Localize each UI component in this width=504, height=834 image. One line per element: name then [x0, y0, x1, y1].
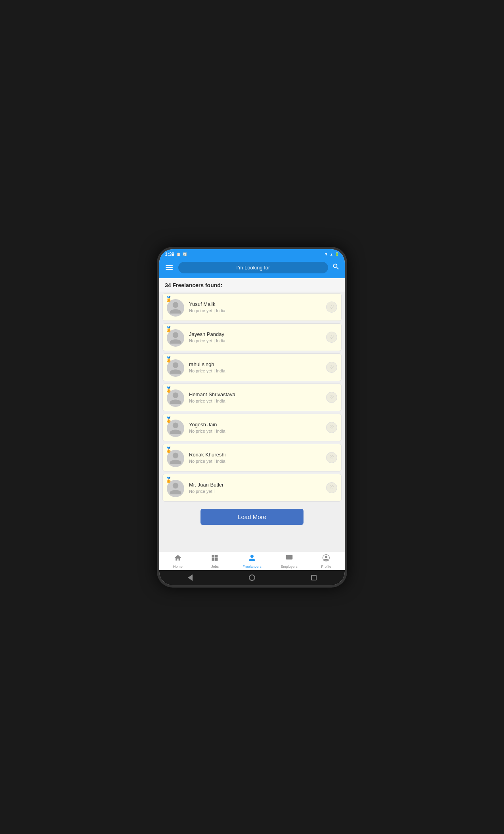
card-info: Yusuf Malik No price yet India [189, 301, 323, 313]
list-item[interactable]: 🏅 rahul singh No price yet India ♡ [162, 353, 342, 381]
location-label: India [216, 399, 225, 403]
nav-item-employers[interactable]: Employers [271, 554, 308, 569]
recents-button[interactable] [309, 573, 318, 582]
price-label: No price yet [189, 399, 212, 403]
screen: 1:39 📋 🔄 ▼ ▲ 🔋 I'm Looking for [159, 249, 345, 585]
divider [214, 339, 214, 343]
freelancer-meta: No price yet India [189, 308, 323, 313]
freelancer-name: rahul singh [189, 361, 323, 367]
card-info: rahul singh No price yet India [189, 361, 323, 373]
load-more-button[interactable]: Load More [200, 509, 304, 525]
freelancer-name: Yusuf Malik [189, 301, 323, 307]
back-triangle-icon [188, 574, 193, 581]
menu-button[interactable] [164, 263, 174, 271]
favorite-button[interactable]: ♡ [326, 422, 337, 433]
results-count: 34 Freelancers found: [159, 278, 345, 292]
freelancers-icon [248, 554, 256, 564]
divider [214, 309, 214, 313]
employers-icon [285, 554, 293, 564]
android-nav-bar [159, 570, 345, 585]
badge-icon: 🏅 [165, 447, 172, 453]
bottom-navigation: Home Jobs Freelancers Employers [159, 551, 345, 570]
favorite-button[interactable]: ♡ [326, 332, 337, 343]
price-label: No price yet [189, 489, 212, 494]
battery-icon: 🔋 [335, 252, 339, 256]
location-label: India [216, 429, 225, 433]
location-label: India [216, 368, 225, 373]
card-info: Mr. Juan Butler No price yet [189, 482, 323, 494]
price-label: No price yet [189, 459, 212, 464]
nav-label-home: Home [173, 565, 183, 569]
badge-icon: 🏅 [165, 416, 172, 423]
signal-icon: ▲ [330, 252, 333, 256]
search-placeholder-text: I'm Looking for [237, 265, 270, 271]
freelancer-list: 🏅 Yusuf Malik No price yet India ♡ [159, 292, 345, 503]
badge-icon: 🏅 [165, 356, 172, 363]
nav-item-jobs[interactable]: Jobs [197, 554, 234, 569]
freelancer-name: Hemant Shrivastava [189, 391, 323, 397]
list-item[interactable]: 🏅 Hemant Shrivastava No price yet India … [162, 384, 342, 411]
back-button[interactable] [186, 573, 195, 582]
wifi-icon: ▼ [324, 252, 328, 256]
data-icon: 🔄 [183, 252, 187, 256]
app-header: I'm Looking for [159, 259, 345, 278]
nav-item-profile[interactable]: Profile [307, 554, 345, 569]
nav-label-jobs: Jobs [211, 565, 219, 569]
nav-item-freelancers[interactable]: Freelancers [233, 554, 271, 569]
favorite-button[interactable]: ♡ [326, 452, 337, 463]
location-label: India [216, 459, 225, 464]
jobs-icon [211, 554, 219, 564]
nav-label-freelancers: Freelancers [242, 565, 262, 569]
nav-item-home[interactable]: Home [159, 554, 197, 569]
freelancer-meta: No price yet [189, 489, 323, 494]
divider [214, 489, 214, 493]
freelancer-name: Mr. Juan Butler [189, 482, 323, 488]
nav-label-profile: Profile [321, 565, 331, 569]
price-label: No price yet [189, 368, 212, 373]
card-info: Yogesh Jain No price yet India [189, 422, 323, 433]
main-content: 34 Freelancers found: 🏅 Yusuf Malik No p… [159, 278, 345, 551]
freelancer-name: Jayesh Panday [189, 331, 323, 337]
price-label: No price yet [189, 308, 212, 313]
freelancer-meta: No price yet India [189, 429, 323, 433]
divider [214, 429, 214, 433]
location-label: India [216, 338, 225, 343]
list-item[interactable]: 🏅 Yogesh Jain No price yet India ♡ [162, 414, 342, 441]
home-circle-icon [249, 574, 255, 581]
search-icon-button[interactable] [332, 263, 340, 273]
divider [214, 459, 214, 463]
favorite-button[interactable]: ♡ [326, 482, 337, 493]
freelancer-meta: No price yet India [189, 459, 323, 464]
favorite-button[interactable]: ♡ [326, 392, 337, 403]
svg-rect-0 [286, 555, 292, 559]
freelancer-name: Ronak Khureshi [189, 452, 323, 458]
list-item[interactable]: 🏅 Ronak Khureshi No price yet India ♡ [162, 444, 342, 471]
list-item[interactable]: 🏅 Yusuf Malik No price yet India ♡ [162, 293, 342, 321]
device-frame: 1:39 📋 🔄 ▼ ▲ 🔋 I'm Looking for [157, 247, 347, 588]
favorite-button[interactable]: ♡ [326, 362, 337, 373]
home-button[interactable] [248, 573, 256, 582]
badge-icon: 🏅 [165, 326, 172, 332]
favorite-button[interactable]: ♡ [326, 302, 337, 313]
card-info: Ronak Khureshi No price yet India [189, 452, 323, 464]
status-time: 1:39 [165, 252, 174, 257]
divider [214, 399, 214, 403]
load-more-section: Load More [159, 503, 345, 531]
badge-icon: 🏅 [165, 296, 172, 302]
price-label: No price yet [189, 429, 212, 433]
freelancer-name: Yogesh Jain [189, 422, 323, 427]
sim-icon: 📋 [176, 252, 181, 256]
freelancer-meta: No price yet India [189, 338, 323, 343]
divider [214, 369, 214, 373]
freelancer-meta: No price yet India [189, 368, 323, 373]
card-info: Hemant Shrivastava No price yet India [189, 391, 323, 403]
nav-label-employers: Employers [281, 565, 298, 569]
badge-icon: 🏅 [165, 477, 172, 483]
list-item[interactable]: 🏅 Mr. Juan Butler No price yet ♡ [162, 474, 342, 502]
list-item[interactable]: 🏅 Jayesh Panday No price yet India ♡ [162, 323, 342, 351]
recents-square-icon [311, 575, 317, 580]
badge-icon: 🏅 [165, 386, 172, 393]
card-info: Jayesh Panday No price yet India [189, 331, 323, 343]
price-label: No price yet [189, 338, 212, 343]
search-bar[interactable]: I'm Looking for [178, 262, 328, 273]
